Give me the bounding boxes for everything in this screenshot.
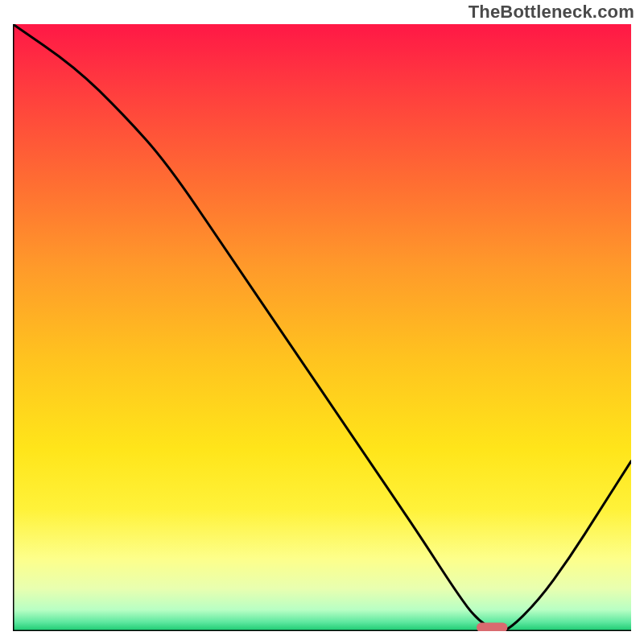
- chart-svg: [13, 24, 631, 631]
- gradient-background: [13, 24, 631, 631]
- watermark-label: TheBottleneck.com: [469, 2, 634, 23]
- optimal-marker: [477, 623, 507, 632]
- chart-container: TheBottleneck.com: [0, 0, 644, 644]
- plot-area: [13, 24, 631, 631]
